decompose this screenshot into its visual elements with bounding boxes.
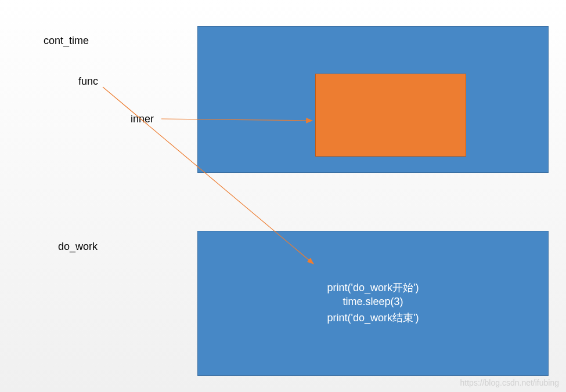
label-inner: inner bbox=[131, 113, 154, 125]
code-line-2: time.sleep(3) bbox=[197, 296, 549, 308]
code-line-1: print('do_work开始') bbox=[197, 281, 549, 295]
watermark-text: https://blog.csdn.net/ifubing bbox=[460, 378, 559, 387]
code-line-3: print('do_work结束') bbox=[197, 311, 549, 325]
label-func: func bbox=[78, 75, 98, 88]
label-do-work: do_work bbox=[58, 241, 98, 253]
label-cont-time: cont_time bbox=[44, 35, 89, 47]
inner-orange-box bbox=[315, 74, 466, 157]
